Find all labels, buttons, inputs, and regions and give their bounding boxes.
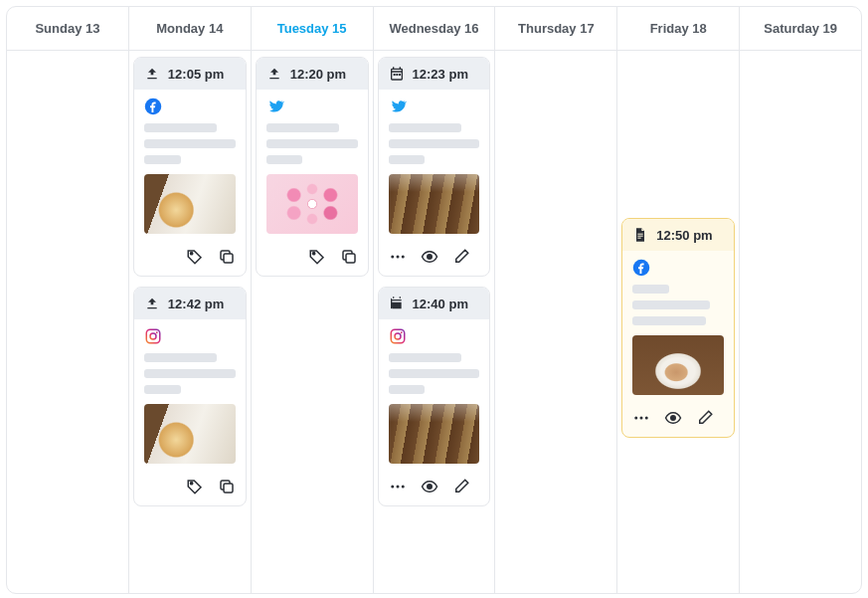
svg-point-15 — [401, 256, 404, 259]
post-card-footer — [379, 472, 490, 505]
post-card-header: 12:05 pm — [134, 58, 246, 90]
calendar-icon — [389, 66, 405, 82]
more-icon[interactable] — [389, 478, 407, 496]
day-body — [7, 51, 128, 63]
post-thumbnail — [144, 174, 236, 234]
day-column-thursday: Thursday 17 — [495, 7, 617, 593]
post-text-preview — [144, 353, 236, 394]
skeleton-line — [266, 123, 339, 132]
post-card-body — [134, 319, 246, 464]
post-card-header: 12:20 pm — [257, 58, 368, 90]
svg-rect-9 — [346, 254, 355, 263]
svg-point-23 — [391, 486, 394, 489]
day-header: Monday 14 — [129, 7, 251, 51]
instagram-icon — [144, 327, 162, 345]
copy-icon[interactable] — [340, 248, 358, 266]
day-column-saturday: Saturday 19 — [740, 7, 861, 593]
post-thumbnail — [144, 404, 236, 464]
svg-point-33 — [645, 417, 648, 420]
svg-rect-28 — [638, 236, 643, 237]
day-column-monday: Monday 14 12:05 pm — [129, 7, 252, 593]
day-body: 12:50 pm — [617, 51, 739, 444]
more-icon[interactable] — [389, 248, 407, 266]
post-time: 12:20 pm — [290, 67, 346, 82]
twitter-icon — [389, 98, 407, 115]
svg-rect-3 — [146, 329, 160, 343]
day-body: 12:05 pm — [129, 51, 251, 512]
day-header: Sunday 13 — [7, 7, 128, 51]
day-body: 12:20 pm — [252, 51, 373, 283]
post-card-header: 12:50 pm — [622, 219, 734, 251]
post-card-header: 12:23 pm — [379, 58, 490, 90]
day-body — [740, 51, 861, 63]
post-time: 12:50 pm — [656, 228, 712, 243]
post-card[interactable]: 12:20 pm — [256, 57, 369, 277]
svg-point-34 — [671, 416, 676, 421]
post-card-footer — [134, 472, 246, 505]
platform-row — [144, 98, 236, 115]
post-time: 12:42 pm — [168, 297, 224, 311]
post-card[interactable]: 12:40 pm — [378, 287, 491, 506]
tag-icon[interactable] — [186, 478, 204, 496]
platform-row — [266, 98, 358, 115]
svg-rect-2 — [224, 254, 233, 263]
tag-icon[interactable] — [186, 248, 204, 266]
skeleton-line — [144, 353, 217, 362]
eye-icon[interactable] — [421, 478, 438, 496]
tag-icon[interactable] — [308, 248, 326, 266]
post-text-preview — [389, 123, 480, 164]
skeleton-line — [144, 369, 236, 378]
pencil-icon[interactable] — [452, 478, 470, 496]
post-card[interactable]: 12:42 pm — [133, 287, 247, 506]
svg-rect-18 — [396, 303, 398, 305]
day-column-friday: Friday 18 12:50 pm — [617, 7, 740, 593]
platform-row — [389, 327, 480, 345]
post-thumbnail — [389, 404, 480, 464]
post-card[interactable]: 12:23 pm — [378, 57, 491, 277]
svg-point-4 — [150, 333, 156, 339]
post-time: 12:40 pm — [413, 297, 468, 311]
post-time: 12:05 pm — [168, 67, 224, 82]
svg-point-8 — [312, 253, 314, 255]
post-card-footer — [622, 403, 734, 437]
svg-rect-7 — [224, 484, 233, 493]
svg-rect-12 — [399, 74, 401, 76]
skeleton-line — [389, 385, 426, 394]
post-card-body — [134, 90, 246, 234]
post-card-body — [379, 90, 490, 234]
more-icon[interactable] — [632, 409, 650, 427]
twitter-icon — [266, 98, 284, 115]
post-card[interactable]: 12:05 pm — [133, 57, 247, 277]
svg-rect-19 — [399, 303, 401, 305]
calendar-icon — [389, 296, 405, 311]
svg-rect-11 — [396, 74, 398, 76]
platform-row — [632, 259, 724, 277]
eye-icon[interactable] — [664, 409, 682, 427]
facebook-icon — [144, 98, 162, 115]
copy-icon[interactable] — [218, 248, 236, 266]
svg-point-5 — [156, 331, 158, 333]
day-body: 12:23 pm — [374, 51, 495, 512]
post-card[interactable]: 12:50 pm — [621, 218, 735, 438]
svg-point-24 — [396, 486, 399, 489]
post-card-body — [379, 319, 490, 464]
post-card-footer — [379, 242, 490, 276]
post-thumbnail — [632, 335, 724, 395]
eye-icon[interactable] — [421, 248, 438, 266]
post-text-preview — [266, 123, 358, 164]
svg-point-21 — [395, 333, 401, 339]
day-header: Wednesday 16 — [374, 7, 495, 51]
post-card-body — [257, 90, 368, 234]
post-text-preview — [389, 353, 480, 394]
copy-icon[interactable] — [218, 478, 236, 496]
post-card-body — [622, 251, 734, 395]
day-column-tuesday: Tuesday 15 12:20 pm — [252, 7, 374, 593]
skeleton-line — [389, 123, 461, 132]
pencil-icon[interactable] — [452, 248, 470, 266]
svg-point-22 — [400, 331, 402, 333]
calendar-week-view: Sunday 13 Monday 14 12:05 pm — [6, 6, 862, 594]
pencil-icon[interactable] — [696, 409, 714, 427]
skeleton-line — [389, 353, 461, 362]
svg-point-26 — [427, 485, 432, 490]
svg-point-16 — [427, 255, 432, 260]
